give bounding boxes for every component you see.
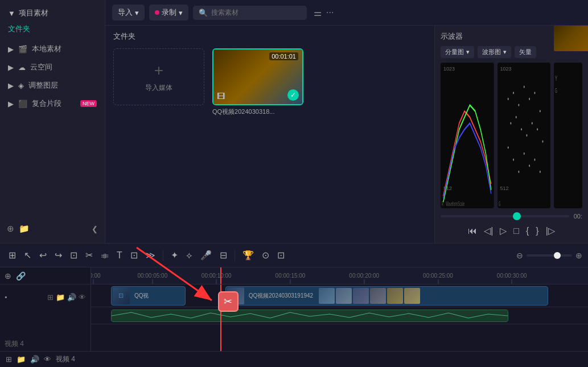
waveform-btn-vector[interactable]: 矢量 bbox=[515, 46, 536, 58]
timeline-ruler: 00:00 00:00:05:00 00:00:10:00 00:00:15:0… bbox=[91, 267, 588, 284]
clip1-thumb: ⊡ bbox=[113, 287, 130, 304]
select-btn[interactable]: ↖ bbox=[21, 248, 34, 263]
tl-track-row-video: ▪ ⊞ 📁 🔊 👁 bbox=[0, 286, 91, 308]
plus-icon: + bbox=[154, 61, 163, 80]
status-eye-icon[interactable]: 👁 bbox=[44, 355, 51, 364]
frame-back-btn[interactable]: ◁| bbox=[483, 224, 494, 237]
search-input[interactable] bbox=[211, 9, 301, 17]
link-icon[interactable]: 🔗 bbox=[16, 271, 26, 281]
stop-btn[interactable]: □ bbox=[512, 225, 520, 237]
tl-track-info: ▪ ⊞ 📁 🔊 👁 bbox=[0, 284, 91, 337]
folder-label: 文件夹 bbox=[113, 31, 426, 42]
zoom-minus-icon[interactable]: ⊖ bbox=[516, 251, 523, 260]
mark-in-btn[interactable]: { bbox=[525, 225, 530, 237]
waveform-btn-component[interactable]: 分量图 ▾ bbox=[441, 46, 474, 58]
redo-btn[interactable]: ↪ bbox=[52, 248, 65, 263]
text-btn[interactable]: T bbox=[114, 248, 125, 263]
media-thumb-img[interactable]: 00:01:01 🎞 ✓ bbox=[212, 48, 303, 105]
trim-btn[interactable]: ⟚ bbox=[98, 248, 112, 263]
filter-icon[interactable]: ⚌ bbox=[314, 7, 322, 18]
mark-out-btn[interactable]: } bbox=[534, 225, 540, 237]
zoom-slider[interactable] bbox=[527, 254, 572, 257]
import-button[interactable]: 导入 ▾ bbox=[112, 5, 145, 20]
sidebar-item-compound[interactable]: ▶ ⬛ 复合片段 NEW bbox=[0, 94, 105, 113]
record-button[interactable]: 录制 ▾ bbox=[149, 5, 188, 20]
track-icon-folder[interactable]: 📁 bbox=[56, 293, 65, 302]
zoom-plus-icon[interactable]: ⊕ bbox=[575, 251, 582, 260]
more-pb-btn[interactable]: |▷ bbox=[545, 224, 556, 237]
waveform-btn2-label: 波形图 bbox=[482, 48, 501, 56]
main-content: 导入 ▾ 录制 ▾ 🔍 ⚌ ··· 文件夹 bbox=[105, 0, 588, 243]
clip2-thumb bbox=[227, 287, 244, 304]
tl-separator-2 bbox=[235, 250, 235, 261]
record-label: 录制 bbox=[162, 7, 176, 18]
sidebar-item-local[interactable]: ▶ 🎬 本地素材 bbox=[0, 40, 105, 58]
step-back-btn[interactable]: ⏮ bbox=[467, 225, 478, 237]
cut-btn[interactable]: ✂ bbox=[83, 248, 96, 263]
stabilize-btn[interactable]: ⊙ bbox=[259, 248, 272, 263]
import-media-box[interactable]: + 导入媒体 bbox=[113, 48, 204, 105]
record-dot-icon bbox=[155, 10, 159, 15]
status-volume-icon[interactable]: 🔊 bbox=[30, 355, 39, 364]
ruler-line-25 bbox=[438, 279, 438, 284]
timeline-right: 00:00 00:00:05:00 00:00:10:00 00:00:15:0… bbox=[91, 267, 588, 351]
waveform-brightness-slider[interactable] bbox=[441, 215, 569, 217]
timeline-tracks: ⊡ QQ视 QQ视频20240303191942 bbox=[91, 284, 588, 351]
pip-btn[interactable]: ⊡ bbox=[274, 248, 287, 263]
svg-point-24 bbox=[539, 171, 540, 173]
svg-point-4 bbox=[507, 98, 508, 100]
effects-btn[interactable]: ✦ bbox=[168, 248, 181, 263]
sidebar-label-compound: 复合片段 bbox=[32, 98, 61, 109]
sidebar-item-adjust[interactable]: ▶ ◈ 调整图层 bbox=[0, 76, 105, 94]
sidebar-folder-btn[interactable]: 文件夹 bbox=[0, 22, 105, 40]
more-menu-icon[interactable]: ··· bbox=[326, 7, 334, 18]
folder-open-icon[interactable]: 📁 bbox=[19, 224, 30, 234]
status-folder-icon[interactable]: 📁 bbox=[17, 355, 26, 364]
waveform-btn3-label: 矢量 bbox=[519, 48, 532, 56]
multi-select-btn[interactable]: ⊞ bbox=[6, 248, 19, 263]
add-track-icon[interactable]: ⊕ bbox=[5, 271, 11, 281]
video-clip-2[interactable]: QQ视频20240303191942 bbox=[225, 286, 548, 306]
ruler-marks: 00:00 00:00:05:00 00:00:10:00 00:00:15:0… bbox=[93, 267, 586, 284]
play-btn[interactable]: ▷ bbox=[499, 224, 508, 237]
ruler-mark-25: 00:00:25:00 bbox=[438, 279, 438, 284]
playhead-ruler bbox=[220, 267, 221, 284]
media-area: 文件夹 + 导入媒体 00:01:01 🎞 ✓ bbox=[105, 26, 588, 243]
sidebar-collapse-btn[interactable]: ❮ bbox=[92, 225, 98, 233]
svg-point-18 bbox=[507, 146, 508, 149]
sidebar-icon-compound: ⬛ bbox=[18, 100, 27, 108]
track-icon-volume[interactable]: 🔊 bbox=[67, 293, 76, 302]
video-clip-1[interactable]: ⊡ QQ视 bbox=[111, 286, 186, 306]
svg-point-10 bbox=[539, 110, 540, 112]
search-bar: 🔍 bbox=[193, 6, 307, 20]
status-layers-icon[interactable]: ⊞ bbox=[6, 355, 12, 364]
svg-point-17 bbox=[542, 141, 543, 143]
add-track-icon[interactable]: ⊕ bbox=[7, 224, 14, 234]
delete-btn[interactable]: ⊡ bbox=[67, 248, 80, 263]
media-thumbnail[interactable]: 00:01:01 🎞 ✓ QQ视频2024030318... bbox=[212, 48, 303, 116]
playhead-track bbox=[220, 284, 221, 351]
preview-thumbnail bbox=[554, 26, 588, 51]
audio-clip[interactable] bbox=[111, 310, 508, 322]
svg-point-11 bbox=[510, 122, 511, 125]
vector-svg: Y G bbox=[554, 63, 582, 208]
track-icon-layers[interactable]: ⊞ bbox=[47, 293, 54, 302]
track-icon-eye[interactable]: 👁 bbox=[79, 293, 86, 302]
tl-track-icons: ⊞ 📁 🔊 👁 bbox=[47, 293, 86, 302]
crop-btn[interactable]: ⊡ bbox=[128, 248, 141, 263]
svg-text:G: G bbox=[498, 201, 500, 208]
svg-point-7 bbox=[523, 86, 524, 88]
more-effects-btn[interactable]: ≫ bbox=[143, 248, 158, 263]
sidebar-icon-adjust: ◈ bbox=[18, 81, 24, 90]
mask-btn[interactable]: ⟡ bbox=[183, 248, 195, 263]
video-track-lane: ⊡ QQ视 QQ视频20240303191942 bbox=[91, 284, 588, 307]
subtitle-btn[interactable]: ⊟ bbox=[217, 248, 230, 263]
waveform-btn-waveform[interactable]: 波形图 ▾ bbox=[478, 46, 511, 58]
ruler-line-20 bbox=[364, 279, 364, 284]
ruler-mark-30: 00:00:30:00 bbox=[512, 279, 512, 284]
audio-btn[interactable]: 🎤 bbox=[198, 248, 215, 263]
sidebar-item-cloud[interactable]: ▶ ☁ 云空间 bbox=[0, 58, 105, 76]
color-btn[interactable]: 🏆 bbox=[240, 248, 257, 263]
waveform-1023-label: 1023 bbox=[500, 66, 512, 72]
undo-btn[interactable]: ↩ bbox=[36, 248, 50, 263]
